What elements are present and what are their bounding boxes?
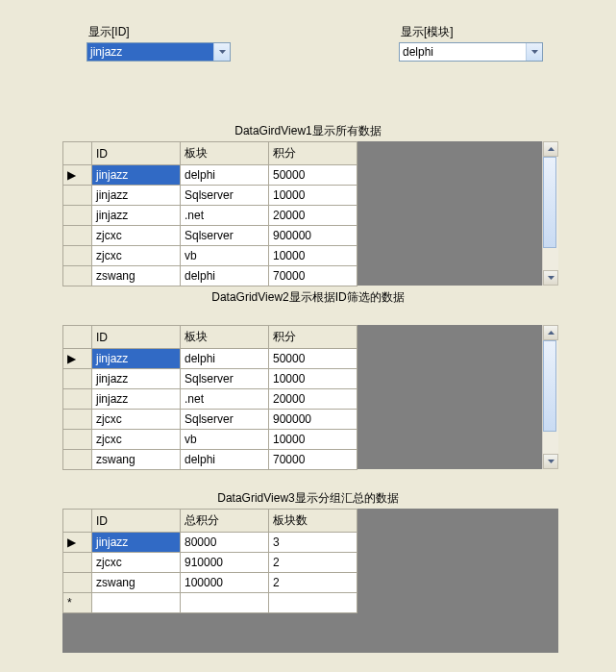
table-row[interactable]: zjcxc 910000 2: [63, 553, 357, 573]
cell-total[interactable]: 80000: [181, 533, 269, 553]
id-combo[interactable]: jinjazz: [86, 42, 231, 62]
col-header-board[interactable]: 板块: [181, 326, 269, 349]
cell-score[interactable]: 10000: [269, 369, 357, 389]
cell-board[interactable]: delphi: [181, 266, 269, 286]
cell-boardcount[interactable]: 2: [269, 573, 357, 593]
row-header[interactable]: [63, 369, 92, 389]
row-header[interactable]: [63, 246, 92, 266]
scroll-down-button[interactable]: [543, 454, 558, 469]
table-row[interactable]: jinjazz .net 20000: [63, 206, 357, 226]
cell-id[interactable]: zswang: [92, 450, 181, 470]
row-header[interactable]: [63, 573, 92, 593]
cell-id[interactable]: zjcxc: [92, 410, 181, 430]
cell-score[interactable]: 70000: [269, 266, 357, 286]
row-header[interactable]: [63, 430, 92, 450]
row-header-current[interactable]: ▶: [63, 165, 92, 186]
cell-id[interactable]: zjcxc: [92, 430, 181, 450]
table-row[interactable]: ▶ jinjazz delphi 50000: [63, 349, 357, 369]
datagridview2[interactable]: ID 板块 积分 ▶ jinjazz delphi 50000 jinjazz …: [62, 325, 558, 469]
cell-total[interactable]: 910000: [181, 553, 269, 573]
col-header-id[interactable]: ID: [92, 510, 181, 533]
cell-score[interactable]: 50000: [269, 165, 357, 186]
cell-board[interactable]: .net: [181, 389, 269, 410]
cell-id[interactable]: zjcxc: [92, 246, 181, 266]
scroll-thumb[interactable]: [543, 340, 556, 432]
row-header[interactable]: [63, 226, 92, 246]
cell-total[interactable]: 100000: [181, 573, 269, 593]
table-row[interactable]: zjcxc vb 10000: [63, 246, 357, 266]
row-header[interactable]: [63, 206, 92, 226]
table-row[interactable]: jinjazz .net 20000: [63, 389, 357, 410]
datagridview3[interactable]: ID 总积分 板块数 ▶ jinjazz 80000 3 zjcxc 91000…: [62, 509, 558, 653]
cell-id[interactable]: jinjazz: [92, 533, 181, 553]
col-header-boardcount[interactable]: 板块数: [269, 510, 357, 533]
col-header-score[interactable]: 积分: [269, 142, 357, 165]
table-row[interactable]: zswang 100000 2: [63, 573, 357, 593]
vertical-scrollbar[interactable]: [542, 141, 558, 286]
cell-id[interactable]: [92, 593, 181, 613]
corner-header[interactable]: [63, 142, 92, 165]
row-header-current[interactable]: ▶: [63, 533, 92, 553]
cell-id[interactable]: zjcxc: [92, 553, 181, 573]
cell-board[interactable]: delphi: [181, 450, 269, 470]
cell-score[interactable]: 50000: [269, 349, 357, 369]
col-header-total[interactable]: 总积分: [181, 510, 269, 533]
datagridview1[interactable]: ID 板块 积分 ▶ jinjazz delphi 50000 jinjazz …: [62, 141, 558, 286]
cell-score[interactable]: 20000: [269, 206, 357, 226]
cell-board[interactable]: vb: [181, 246, 269, 266]
table-row[interactable]: jinjazz Sqlserver 10000: [63, 186, 357, 206]
scroll-up-button[interactable]: [543, 325, 558, 340]
scroll-track[interactable]: [543, 157, 558, 270]
table-row[interactable]: zswang delphi 70000: [63, 266, 357, 286]
row-header[interactable]: [63, 186, 92, 206]
cell-id[interactable]: jinjazz: [92, 186, 181, 206]
table-row[interactable]: zswang delphi 70000: [63, 450, 357, 470]
cell-id[interactable]: jinjazz: [92, 389, 181, 410]
cell-total[interactable]: [181, 593, 269, 613]
scroll-up-button[interactable]: [543, 141, 558, 157]
cell-score[interactable]: 10000: [269, 246, 357, 266]
corner-header[interactable]: [63, 510, 92, 533]
scroll-down-button[interactable]: [543, 270, 558, 286]
table-row[interactable]: jinjazz Sqlserver 10000: [63, 369, 357, 389]
cell-id[interactable]: jinjazz: [92, 165, 181, 186]
new-row[interactable]: *: [63, 593, 357, 613]
cell-board[interactable]: Sqlserver: [181, 410, 269, 430]
cell-score[interactable]: 900000: [269, 226, 357, 246]
row-header-new[interactable]: *: [63, 593, 92, 613]
cell-board[interactable]: Sqlserver: [181, 369, 269, 389]
row-header[interactable]: [63, 553, 92, 573]
cell-score[interactable]: 10000: [269, 186, 357, 206]
row-header-current[interactable]: ▶: [63, 349, 92, 369]
cell-id[interactable]: jinjazz: [92, 369, 181, 389]
col-header-board[interactable]: 板块: [181, 142, 269, 165]
table-row[interactable]: zjcxc vb 10000: [63, 430, 357, 450]
cell-score[interactable]: 70000: [269, 450, 357, 470]
cell-board[interactable]: vb: [181, 430, 269, 450]
row-header[interactable]: [63, 266, 92, 286]
cell-board[interactable]: .net: [181, 206, 269, 226]
cell-id[interactable]: jinjazz: [92, 206, 181, 226]
scroll-thumb[interactable]: [543, 157, 556, 248]
cell-id[interactable]: jinjazz: [92, 349, 181, 369]
cell-score[interactable]: 20000: [269, 389, 357, 410]
table-row[interactable]: ▶ jinjazz delphi 50000: [63, 165, 357, 186]
module-combo-dropdown-button[interactable]: [526, 43, 542, 61]
row-header[interactable]: [63, 450, 92, 470]
table-row[interactable]: zjcxc Sqlserver 900000: [63, 410, 357, 430]
col-header-score[interactable]: 积分: [269, 326, 357, 349]
cell-board[interactable]: Sqlserver: [181, 186, 269, 206]
col-header-id[interactable]: ID: [92, 142, 181, 165]
cell-score[interactable]: 900000: [269, 410, 357, 430]
cell-boardcount[interactable]: 3: [269, 533, 357, 553]
id-combo-dropdown-button[interactable]: [213, 43, 230, 61]
cell-board[interactable]: delphi: [181, 349, 269, 369]
vertical-scrollbar[interactable]: [542, 325, 558, 469]
cell-id[interactable]: zjcxc: [92, 226, 181, 246]
cell-id[interactable]: zswang: [92, 573, 181, 593]
cell-board[interactable]: delphi: [181, 165, 269, 186]
cell-board[interactable]: Sqlserver: [181, 226, 269, 246]
corner-header[interactable]: [63, 326, 92, 349]
row-header[interactable]: [63, 410, 92, 430]
table-row[interactable]: ▶ jinjazz 80000 3: [63, 533, 357, 553]
